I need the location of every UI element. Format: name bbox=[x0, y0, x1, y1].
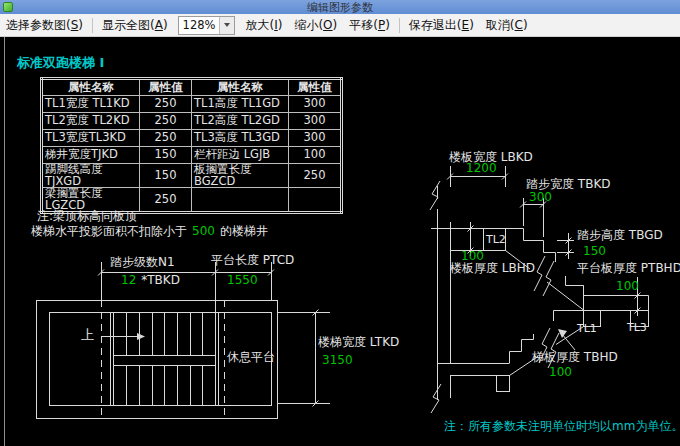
plan-steps-unit: *TBKD bbox=[141, 274, 180, 287]
param-name bbox=[192, 188, 289, 213]
edit-graphic-params-window: 编辑图形参数 选择参数图(S) 显示全图(A) 128% 放大(I) 缩小(O)… bbox=[0, 0, 680, 446]
param-name: 栏杆距边 LGJB bbox=[192, 147, 289, 164]
section-tbgd-label: 踏步高度 TBGD bbox=[577, 229, 663, 242]
plan-steps-count: 12 *TBKD bbox=[121, 274, 180, 287]
toolbar-separator bbox=[399, 18, 400, 33]
param-name: TL1宽度 TL1KD bbox=[42, 96, 140, 113]
param-name: TL2高度 TL2GD bbox=[192, 113, 289, 130]
zoom-level-combobox[interactable]: 128% bbox=[178, 16, 236, 35]
plan-up-label: 上 bbox=[81, 328, 94, 342]
param-value[interactable]: 250 bbox=[140, 96, 192, 113]
plan-stair-width-label: 楼梯宽度 LTKD bbox=[318, 336, 399, 349]
parameter-table: 属性名称 属性值 属性名称 属性值 TL1宽度 TL1KD 250 TL1高度 … bbox=[40, 77, 343, 214]
table-row: 梯井宽度TJKD 150 栏杆距边 LGJB 100 bbox=[42, 147, 342, 164]
note-line2-value[interactable]: 500 bbox=[192, 225, 215, 238]
select-param-image-button[interactable]: 选择参数图(S) bbox=[0, 17, 89, 34]
plan-steps-count-label: 踏步级数N1 bbox=[110, 256, 175, 269]
toolbar: 选择参数图(S) 显示全图(A) 128% 放大(I) 缩小(O) 平移(P) … bbox=[0, 14, 680, 37]
section-lbhd-label: 楼板厚度 LBHD bbox=[450, 262, 535, 275]
param-name: TL2宽度 TL2KD bbox=[42, 113, 140, 130]
unit-note: 注：所有参数未注明单位时均以mm为单位。 bbox=[444, 420, 680, 433]
param-name: 踢脚线高度TJXGD bbox=[42, 164, 140, 188]
drawing-heading: 标准双跑楼梯 I bbox=[17, 56, 104, 70]
param-name: 梯井宽度TJKD bbox=[42, 147, 140, 164]
section-beam-tl3-label: TL3 bbox=[627, 322, 647, 334]
cancel-button[interactable]: 取消(C) bbox=[480, 17, 534, 34]
plan-platform-length-label: 平台长度 PTCD bbox=[211, 254, 294, 267]
param-value[interactable]: 250 bbox=[140, 113, 192, 130]
save-exit-button[interactable]: 保存退出(E) bbox=[403, 17, 480, 34]
param-name: TL3高度 TL3GD bbox=[192, 130, 289, 147]
note-line2-text: 的楼梯井 bbox=[220, 225, 268, 238]
col-header: 属性名称 bbox=[42, 79, 140, 96]
section-tbgd-value[interactable]: 150 bbox=[583, 245, 606, 258]
param-value[interactable]: 300 bbox=[289, 113, 342, 130]
plan-rest-platform-label: 休息平台 bbox=[227, 351, 275, 364]
param-value[interactable]: 150 bbox=[140, 147, 192, 164]
zoom-out-button[interactable]: 缩小(O) bbox=[288, 17, 343, 34]
pan-button[interactable]: 平移(P) bbox=[343, 17, 396, 34]
section-ptbhd-label: 平台板厚度 PTBHD bbox=[577, 262, 680, 275]
plan-steps-value[interactable]: 12 bbox=[121, 274, 136, 287]
plan-platform-length-value[interactable]: 1550 bbox=[227, 274, 258, 287]
col-header: 属性值 bbox=[289, 79, 342, 96]
param-name: 板搁置长度 BGZCD bbox=[192, 164, 289, 188]
table-header-row: 属性名称 属性值 属性名称 属性值 bbox=[42, 79, 342, 96]
table-row: TL3宽度TL3KD 250 TL3高度 TL3GD 300 bbox=[42, 130, 342, 147]
param-value[interactable]: 100 bbox=[289, 147, 342, 164]
param-value[interactable]: 250 bbox=[140, 130, 192, 147]
param-value[interactable]: 250 bbox=[289, 164, 342, 188]
show-full-view-button[interactable]: 显示全图(A) bbox=[96, 17, 174, 34]
section-tbhd-value[interactable]: 100 bbox=[549, 366, 572, 379]
section-beam-tl1-label: TL1 bbox=[577, 323, 597, 335]
table-row: 踢脚线高度TJXGD 150 板搁置长度 BGZCD 250 bbox=[42, 164, 342, 188]
param-value[interactable] bbox=[289, 188, 342, 213]
param-name: TL3宽度TL3KD bbox=[42, 130, 140, 147]
section-ptbhd-value[interactable]: 100 bbox=[616, 280, 639, 293]
param-name: TL1高度 TL1GD bbox=[192, 96, 289, 113]
note-line2-text: 楼梯水平投影面积不扣除小于 bbox=[31, 225, 187, 238]
note-line2: 楼梯水平投影面积不扣除小于 500 的楼梯井 bbox=[31, 225, 268, 238]
param-value[interactable]: 150 bbox=[140, 164, 192, 188]
table-row: TL2宽度 TL2KD 250 TL2高度 TL2GD 300 bbox=[42, 113, 342, 130]
zoom-level-value[interactable]: 128% bbox=[179, 18, 220, 32]
zoom-in-button[interactable]: 放大(I) bbox=[239, 17, 288, 34]
section-lbkd-value[interactable]: 1200 bbox=[466, 162, 497, 175]
window-title: 编辑图形参数 bbox=[0, 1, 680, 14]
section-tbkd-value[interactable]: 300 bbox=[529, 191, 552, 204]
plan-stair-width-value[interactable]: 3150 bbox=[322, 354, 353, 367]
chevron-down-icon[interactable] bbox=[219, 17, 234, 34]
param-value[interactable]: 300 bbox=[289, 130, 342, 147]
param-value[interactable]: 250 bbox=[140, 188, 192, 213]
section-tbhd-label: 梯板厚度 TBHD bbox=[532, 351, 618, 364]
titlebar: 编辑图形参数 bbox=[0, 0, 680, 14]
col-header: 属性名称 bbox=[192, 79, 289, 96]
col-header: 属性值 bbox=[140, 79, 192, 96]
param-value[interactable]: 300 bbox=[289, 96, 342, 113]
toolbar-separator bbox=[92, 18, 93, 33]
table-row: TL1宽度 TL1KD 250 TL1高度 TL1GD 300 bbox=[42, 96, 342, 113]
window-left-border bbox=[4, 37, 5, 446]
note-line1: 注:梁顶标高同板顶 bbox=[37, 210, 137, 223]
section-beam-tl2-label: TL2 bbox=[486, 234, 506, 246]
